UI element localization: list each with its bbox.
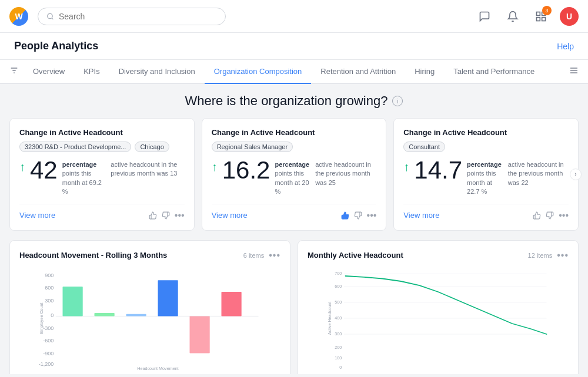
card-3-sub-1: percentage points this month at 22.7 % <box>467 160 502 197</box>
apps-icon-button[interactable]: 3 <box>532 7 550 26</box>
svg-text:600: 600 <box>45 285 54 291</box>
svg-text:200: 200 <box>335 345 342 350</box>
tab-diversity[interactable]: Diversity and Inclusion <box>109 60 205 84</box>
cards-next-button[interactable]: › <box>570 169 582 180</box>
cards-row: Change in Active Headcount 32300 R&D - P… <box>9 118 579 231</box>
card-2-thumb-up[interactable] <box>341 211 349 220</box>
bar-chart-header: Headcount Movement - Rolling 3 Months 6 … <box>19 250 280 261</box>
svg-text:-1,200: -1,200 <box>39 361 54 367</box>
card-2-up-arrow: ↑ <box>212 160 218 174</box>
card-2-metric: ↑ 16.2 percentage points this month at 2… <box>212 158 377 197</box>
card-1-footer: View more ••• <box>19 204 185 221</box>
line-chart-items: 12 items <box>528 252 553 259</box>
line-chart-container: 700 600 500 400 300 200 100 0 <box>308 265 569 371</box>
page-title: People Analytics <box>14 40 98 52</box>
svg-text:Active Headcount: Active Headcount <box>327 301 332 334</box>
tab-overview[interactable]: Overview <box>24 60 74 84</box>
card-3-more[interactable]: ••• <box>559 210 569 221</box>
svg-text:0: 0 <box>51 312 54 318</box>
card-1-up-arrow: ↑ <box>19 160 25 174</box>
tab-retention[interactable]: Retention and Attrition <box>311 60 405 84</box>
card-2-details: percentage points this month at 20 % act… <box>275 160 376 197</box>
bar-chart-meta: 6 items ••• <box>243 250 280 261</box>
card-3-view-more[interactable]: View more <box>403 211 439 220</box>
line-chart-card: Monthly Active Headcount 12 items ••• 70… <box>298 240 579 374</box>
card-2-sub-2: active headcount in the previous month w… <box>315 160 376 197</box>
svg-text:600: 600 <box>335 283 342 288</box>
card-3-thumb-up[interactable] <box>533 211 541 220</box>
card-1-view-more[interactable]: View more <box>19 211 55 220</box>
charts-row: Headcount Movement - Rolling 3 Months 6 … <box>9 240 579 374</box>
info-icon[interactable]: i <box>392 96 403 106</box>
help-link[interactable]: Help <box>557 42 574 51</box>
svg-rect-4 <box>542 17 546 21</box>
search-input[interactable] <box>59 12 217 21</box>
card-1-sub-2: active headcount in the previous month w… <box>111 160 184 197</box>
card-2-tags: Regional Sales Manager <box>212 142 377 152</box>
svg-rect-23 <box>158 280 178 316</box>
card-1-tag-2: Chicago <box>135 142 169 152</box>
card-1-thumb-up[interactable] <box>149 211 157 220</box>
card-2-thumb-down[interactable] <box>354 211 362 220</box>
card-1-details: percentage points this month at 69.2 % a… <box>62 160 185 197</box>
svg-rect-22 <box>126 314 146 316</box>
app-logo: W <box>9 7 28 26</box>
card-3-sub-2: active headcount in the previous month w… <box>508 160 569 197</box>
svg-rect-1 <box>537 12 540 15</box>
svg-point-0 <box>48 14 53 19</box>
bar-chart-menu[interactable]: ••• <box>269 250 280 261</box>
line-chart-header: Monthly Active Headcount 12 items ••• <box>308 250 569 261</box>
svg-text:300: 300 <box>335 331 342 336</box>
tabs-bar: Overview KPIs Diversity and Inclusion Or… <box>0 60 588 84</box>
card-3-details: percentage points this month at 22.7 % a… <box>467 160 569 197</box>
section-title: Where is the organization growing? i <box>9 93 579 109</box>
headcount-card-2: Change in Active Headcount Regional Sale… <box>202 118 387 231</box>
svg-text:Headcount Movement: Headcount Movement <box>137 366 178 371</box>
tabs-menu-icon[interactable] <box>569 66 579 78</box>
card-3-value: 14.7 <box>414 158 462 183</box>
tab-hiring[interactable]: Hiring <box>405 60 444 84</box>
tab-org-composition[interactable]: Organization Composition <box>205 60 312 84</box>
card-3-actions: ••• <box>533 210 569 221</box>
tab-kpis[interactable]: KPIs <box>74 60 109 84</box>
card-2-title: Change in Active Headcount <box>212 128 377 137</box>
svg-text:-600: -600 <box>43 338 54 344</box>
notification-badge: 3 <box>542 6 552 15</box>
bar-chart-title: Headcount Movement - Rolling 3 Months <box>19 251 167 260</box>
tab-talent[interactable]: Talent and Performance <box>444 60 544 84</box>
card-2-tag-1: Regional Sales Manager <box>212 142 293 152</box>
line-chart-title: Monthly Active Headcount <box>308 251 403 260</box>
card-1-value: 42 <box>30 158 58 183</box>
filter-icon[interactable] <box>9 66 19 78</box>
card-3-footer: View more ••• <box>403 204 569 221</box>
card-1-thumb-down[interactable] <box>162 211 170 220</box>
top-nav-right: 3 U <box>475 7 579 26</box>
card-1-more[interactable]: ••• <box>175 210 185 221</box>
user-avatar[interactable]: U <box>560 7 579 26</box>
card-3-tags: Consultant <box>403 142 569 152</box>
card-2-actions: ••• <box>341 210 377 221</box>
line-chart-meta: 12 items ••• <box>528 250 569 261</box>
svg-text:-300: -300 <box>43 325 54 331</box>
card-2-view-more[interactable]: View more <box>212 211 248 220</box>
line-chart-svg: 700 600 500 400 300 200 100 0 <box>308 265 569 371</box>
card-2-more[interactable]: ••• <box>367 210 377 221</box>
chat-icon-button[interactable] <box>475 7 494 26</box>
card-2-footer: View more ••• <box>212 204 377 221</box>
svg-rect-21 <box>95 313 115 316</box>
bar-chart-card: Headcount Movement - Rolling 3 Months 6 … <box>9 240 290 374</box>
svg-text:900: 900 <box>45 272 54 278</box>
card-2-sub-1: percentage points this month at 20 % <box>275 160 309 197</box>
search-box[interactable] <box>38 8 226 25</box>
card-3-metric: ↑ 14.7 percentage points this month at 2… <box>403 158 569 197</box>
svg-rect-3 <box>537 17 540 21</box>
card-3-tag-1: Consultant <box>403 142 445 152</box>
bell-icon-button[interactable] <box>503 7 522 26</box>
top-nav: W 3 U <box>0 0 588 33</box>
card-3-thumb-down[interactable] <box>546 211 554 220</box>
line-chart-menu[interactable]: ••• <box>557 250 569 261</box>
page-header: People Analytics Help <box>0 33 588 60</box>
card-1-sub-1: percentage points this month at 69.2 % <box>62 160 105 197</box>
headcount-card-3: Change in Active Headcount Consultant ↑ … <box>393 118 579 231</box>
card-1-metric: ↑ 42 percentage points this month at 69.… <box>19 158 185 197</box>
